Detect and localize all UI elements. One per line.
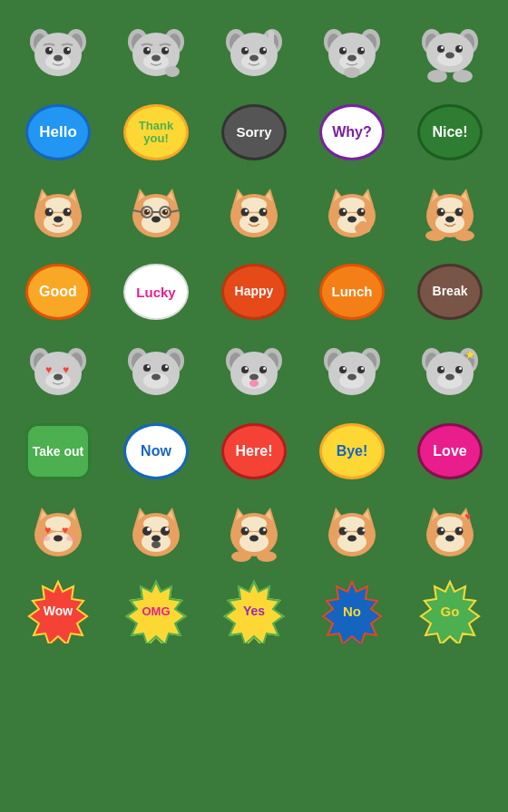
- sticker-happy[interactable]: Happy: [209, 256, 299, 328]
- sticker-love[interactable]: Love: [405, 415, 495, 488]
- bubble-text-now: Now: [141, 443, 171, 459]
- svg-point-97: [241, 208, 249, 217]
- svg-point-85: [144, 209, 150, 215]
- sticker-why[interactable]: Why?: [307, 96, 397, 169]
- sticker-schnauzer-3[interactable]: [209, 16, 299, 89]
- sticker-corgi-2[interactable]: [111, 176, 201, 248]
- sticker-break[interactable]: Break: [405, 256, 495, 328]
- sticker-lucky[interactable]: Lucky: [111, 256, 201, 328]
- sticker-schnauzer-1[interactable]: [13, 16, 103, 89]
- svg-point-181: [441, 367, 444, 370]
- sticker-corgi-5[interactable]: [405, 176, 495, 248]
- sticker-schnauzer-heart[interactable]: ♥ ♥: [13, 335, 103, 408]
- sticker-schnauzer-4[interactable]: [307, 16, 397, 89]
- svg-point-22: [165, 66, 180, 77]
- sticker-corgi-side[interactable]: [307, 495, 397, 567]
- sticker-here[interactable]: Here!: [209, 415, 299, 488]
- svg-point-245: [441, 528, 444, 531]
- svg-point-10: [54, 55, 63, 62]
- svg-point-205: [161, 527, 170, 536]
- svg-point-6: [45, 47, 53, 54]
- svg-point-111: [343, 209, 346, 212]
- sticker-nice[interactable]: Nice!: [405, 96, 495, 169]
- svg-point-43: [357, 47, 365, 54]
- svg-point-34: [263, 48, 266, 51]
- sticker-sorry[interactable]: Sorry: [209, 96, 299, 169]
- sticker-schnauzer-6[interactable]: [111, 335, 201, 408]
- svg-point-235: [347, 536, 357, 542]
- sticker-schnauzer-5[interactable]: [405, 16, 495, 89]
- sticker-schnauzer-2[interactable]: [111, 16, 201, 89]
- badge-text-go: Go: [441, 604, 460, 619]
- bubble-text-hello: Hello: [39, 124, 77, 141]
- svg-point-182: [459, 367, 462, 370]
- sticker-thankyou[interactable]: Thank you!: [111, 96, 201, 169]
- sticker-good[interactable]: Good: [13, 256, 103, 328]
- sticker-wow[interactable]: Wow: [13, 575, 103, 647]
- sticker-corgi-withflower[interactable]: ♥: [405, 495, 495, 567]
- svg-point-222: [231, 551, 251, 562]
- svg-point-149: [151, 374, 161, 381]
- sticker-omg[interactable]: OMG: [111, 575, 201, 647]
- svg-point-112: [361, 209, 364, 212]
- bubble-text-nice: Nice!: [432, 124, 467, 140]
- svg-point-157: [259, 366, 267, 373]
- bubble-text-takeout: Take out: [33, 444, 84, 459]
- svg-point-171: [361, 367, 364, 370]
- svg-point-18: [161, 47, 169, 54]
- bubble-text-why: Why?: [332, 124, 372, 140]
- sticker-bye[interactable]: Bye!: [307, 415, 397, 488]
- svg-point-45: [361, 48, 364, 51]
- sticker-corgi-3[interactable]: [209, 176, 299, 248]
- sticker-corgi-peekover[interactable]: [209, 495, 299, 567]
- svg-point-98: [259, 208, 268, 217]
- svg-text:♥: ♥: [62, 524, 68, 536]
- sticker-corgi-4[interactable]: [307, 176, 397, 248]
- bubble-text-break: Break: [433, 285, 468, 298]
- svg-point-99: [245, 209, 248, 212]
- svg-point-159: [263, 367, 266, 370]
- svg-point-110: [357, 208, 366, 217]
- svg-point-221: [249, 536, 259, 542]
- svg-point-70: [49, 209, 52, 212]
- sticker-hello[interactable]: Hello: [13, 96, 103, 169]
- svg-point-220: [263, 528, 266, 531]
- svg-point-247: [445, 536, 454, 542]
- svg-text:♥: ♥: [63, 363, 69, 376]
- svg-point-72: [54, 217, 63, 223]
- svg-point-126: [459, 209, 462, 212]
- svg-point-89: [151, 217, 161, 223]
- svg-point-169: [357, 366, 365, 373]
- svg-point-208: [151, 536, 161, 542]
- bubble-text-good: Good: [39, 284, 77, 300]
- sticker-corgi-heart[interactable]: ♥ ♥: [13, 495, 103, 567]
- svg-point-127: [445, 217, 454, 223]
- sticker-schnauzer-8[interactable]: [307, 335, 397, 408]
- sticker-takeout[interactable]: Take out: [13, 415, 103, 488]
- svg-point-206: [147, 527, 151, 531]
- bubble-text-sorry: Sorry: [236, 125, 271, 140]
- svg-point-44: [343, 48, 346, 51]
- svg-point-59: [459, 46, 462, 49]
- sticker-schnauzer-star[interactable]: ★: [405, 335, 495, 408]
- svg-point-207: [165, 527, 169, 531]
- svg-point-33: [245, 48, 248, 51]
- sticker-lunch[interactable]: Lunch: [307, 256, 397, 328]
- sticker-corgi-1[interactable]: [13, 176, 103, 248]
- svg-point-71: [67, 209, 70, 212]
- svg-point-170: [343, 367, 346, 370]
- sticker-yes[interactable]: Yes: [209, 575, 299, 647]
- bubble-text-thankyou: Thank you!: [126, 120, 186, 146]
- sticker-no[interactable]: No: [307, 575, 397, 647]
- sticker-go[interactable]: Go: [405, 575, 495, 647]
- sticker-now[interactable]: Now: [111, 415, 201, 488]
- sticker-corgi-surprised[interactable]: [111, 495, 201, 567]
- svg-point-35: [249, 55, 259, 62]
- badge-text-wow: Wow: [44, 604, 73, 618]
- badge-text-yes: Yes: [243, 604, 265, 618]
- svg-point-160: [249, 374, 259, 381]
- svg-point-115: [358, 221, 367, 228]
- badge-text-omg: OMG: [142, 604, 170, 618]
- svg-point-7: [64, 47, 71, 54]
- sticker-schnauzer-7[interactable]: [209, 335, 299, 408]
